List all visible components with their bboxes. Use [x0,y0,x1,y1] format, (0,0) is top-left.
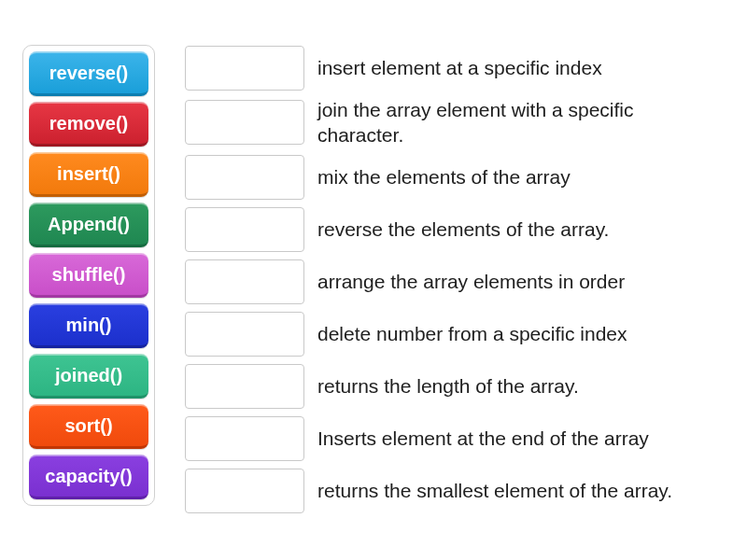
definition-text: delete number from a specific index [317,321,627,346]
definition-text: insert element at a specific index [317,55,602,80]
drop-zone[interactable] [185,469,304,513]
definition-text: returns the smallest element of the arra… [317,478,672,503]
drop-zone[interactable] [185,364,304,409]
match-row: delete number from a specific index [185,311,725,357]
drop-zone[interactable] [185,416,304,461]
definition-text: arrange the array elements in order [317,269,625,294]
word-tile-sort[interactable]: sort() [29,404,148,449]
drop-zone[interactable] [185,259,304,304]
drop-zone[interactable] [185,207,304,252]
match-row: returns the smallest element of the arra… [185,468,725,514]
definition-text: Inserts element at the end of the array [317,426,649,451]
word-tile-label: capacity() [45,466,132,487]
word-tile-capacity[interactable]: capacity() [29,455,148,499]
word-bank: reverse() remove() insert() Append() shu… [22,45,155,506]
word-tile-label: shuffle() [52,264,126,286]
match-row: arrange the array elements in order [185,259,725,305]
match-row: Inserts element at the end of the array [185,415,725,462]
match-row: join the array element with a specific c… [185,97,725,148]
word-tile-reverse[interactable]: reverse() [29,51,148,96]
word-tile-shuffle[interactable]: shuffle() [29,253,148,298]
match-row: insert element at a specific index [185,45,725,91]
match-row: reverse the elements of the array. [185,206,725,253]
word-tile-append[interactable]: Append() [29,203,148,247]
match-activity: reverse() remove() insert() Append() shu… [0,0,747,559]
word-tile-label: joined() [55,365,122,386]
drop-zone[interactable] [185,46,304,91]
drop-zone[interactable] [185,312,304,357]
word-tile-label: remove() [49,113,128,134]
match-rows: insert element at a specific index join … [185,45,725,514]
drop-zone[interactable] [185,155,304,200]
word-tile-label: min() [66,315,112,336]
definition-text: reverse the elements of the array. [317,217,609,242]
drop-zone[interactable] [185,100,304,145]
word-tile-joined[interactable]: joined() [29,354,148,399]
word-tile-insert[interactable]: insert() [29,152,148,197]
definition-text: returns the length of the array. [317,373,579,399]
match-row: mix the elements of the array [185,154,725,201]
word-tile-remove[interactable]: remove() [29,102,148,147]
word-tile-label: reverse() [49,63,129,84]
word-tile-label: Append() [48,214,130,235]
word-tile-label: sort() [64,415,112,437]
word-tile-min[interactable]: min() [29,303,148,348]
definition-text: join the array element with a specific c… [317,97,725,148]
definition-text: mix the elements of the array [317,164,571,189]
word-tile-label: insert() [57,163,120,185]
match-row: returns the length of the array. [185,363,725,410]
